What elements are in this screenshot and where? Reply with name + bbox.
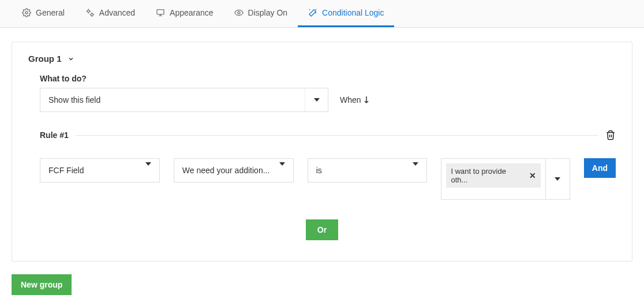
action-select[interactable]: Show this field bbox=[40, 88, 328, 112]
gears-icon bbox=[85, 8, 95, 17]
tab-label: Appearance bbox=[170, 8, 214, 17]
action-select-value: Show this field bbox=[48, 95, 100, 105]
chips-area: I want to provide oth... ✕ bbox=[441, 159, 545, 199]
rule-header: Rule #1 bbox=[40, 129, 616, 141]
gear-icon bbox=[22, 8, 31, 17]
eye-icon bbox=[234, 8, 244, 17]
tab-general[interactable]: General bbox=[12, 0, 75, 27]
what-to-do-label: What to do? bbox=[40, 74, 616, 83]
operator-select[interactable]: is bbox=[308, 158, 428, 182]
dropdown-arrow-icon[interactable] bbox=[545, 159, 570, 199]
tab-label: Display On bbox=[248, 8, 287, 17]
group-title: Group 1 bbox=[28, 54, 62, 64]
value-multiselect[interactable]: I want to provide oth... ✕ bbox=[441, 158, 570, 200]
and-button[interactable]: And bbox=[584, 158, 616, 178]
rule-title: Rule #1 bbox=[40, 131, 76, 140]
field-value: We need your addition... bbox=[182, 166, 270, 175]
tab-appearance[interactable]: Appearance bbox=[145, 0, 224, 27]
rule-row: FCF Field We need your addition... is I … bbox=[40, 158, 616, 200]
tab-label: General bbox=[36, 8, 65, 17]
when-label-container: When bbox=[340, 95, 369, 105]
arrow-down-icon bbox=[364, 96, 369, 104]
new-group-button[interactable]: New group bbox=[12, 274, 72, 295]
svg-point-4 bbox=[238, 12, 240, 14]
tab-label: Conditional Logic bbox=[322, 8, 384, 17]
dropdown-arrow-icon bbox=[145, 166, 151, 175]
svg-point-1 bbox=[87, 10, 89, 12]
operator-value: is bbox=[316, 166, 322, 175]
tab-display-on[interactable]: Display On bbox=[224, 0, 298, 27]
trash-icon[interactable] bbox=[605, 129, 616, 141]
tab-advanced[interactable]: Advanced bbox=[75, 0, 145, 27]
field-type-select[interactable]: FCF Field bbox=[40, 158, 160, 182]
when-label: When bbox=[340, 95, 361, 105]
svg-point-2 bbox=[91, 13, 93, 16]
tab-label: Advanced bbox=[99, 8, 135, 17]
field-type-value: FCF Field bbox=[48, 166, 84, 175]
dropdown-arrow-icon bbox=[305, 88, 328, 111]
dropdown-arrow-icon bbox=[279, 166, 285, 175]
tabs-bar: General Advanced Appearance Display On C… bbox=[0, 0, 644, 28]
value-chip: I want to provide oth... ✕ bbox=[446, 163, 540, 188]
dropdown-arrow-icon bbox=[413, 166, 418, 175]
monitor-icon bbox=[156, 8, 165, 17]
svg-rect-3 bbox=[157, 10, 164, 14]
tab-conditional-logic[interactable]: Conditional Logic bbox=[298, 0, 394, 27]
chip-label: I want to provide oth... bbox=[451, 167, 524, 184]
field-select[interactable]: We need your addition... bbox=[174, 158, 294, 182]
divider bbox=[76, 135, 598, 136]
magic-wand-icon bbox=[308, 8, 317, 17]
svg-point-0 bbox=[25, 12, 28, 14]
group-header[interactable]: Group 1 bbox=[28, 54, 616, 64]
remove-chip-icon[interactable]: ✕ bbox=[529, 171, 536, 180]
chevron-down-icon bbox=[68, 55, 74, 62]
conditional-logic-panel: Group 1 What to do? Show this field When… bbox=[12, 42, 632, 262]
or-button[interactable]: Or bbox=[306, 219, 338, 240]
